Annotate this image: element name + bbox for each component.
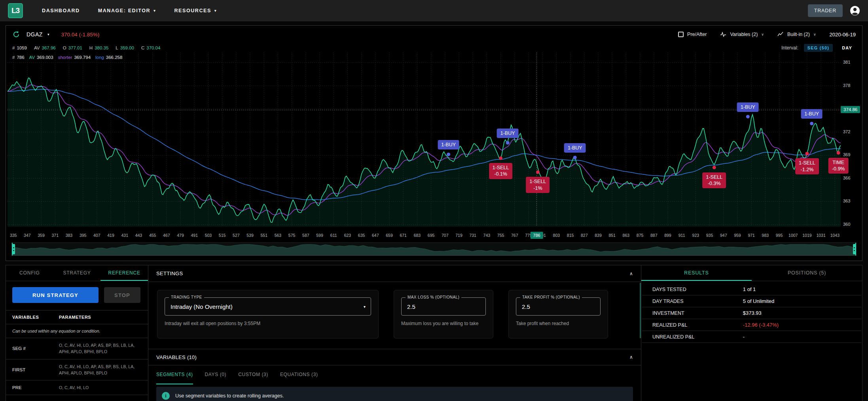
info-icon: i <box>162 392 170 400</box>
tab-custom-3-[interactable]: CUSTOM (3) <box>238 365 268 384</box>
tab-segments-4-[interactable]: SEGMENTS (4) <box>156 365 193 384</box>
nav-item-label: RESOURCES <box>174 8 211 13</box>
navigator-left-handle[interactable] <box>12 244 15 254</box>
left-panel-tabs: CONFIGSTRATEGYREFERENCE <box>6 265 148 281</box>
results-row: REALIZED P&L-12.96 (-3.47%) <box>642 319 861 331</box>
x-axis-label: 443 <box>135 233 142 238</box>
stat-label: H <box>89 45 93 50</box>
price-quote: 370.04 (-1.85%) <box>61 32 99 38</box>
marker-line: 1-BUY <box>741 104 755 110</box>
nav-item-dashboard[interactable]: DASHBOARD <box>42 8 80 13</box>
x-axis-label: 839 <box>595 233 602 238</box>
symbol-select[interactable]: DGAZ ▾ <box>27 31 49 38</box>
ohlc-stats: #1059AV367.96O377.01H380.35L359.00C370.0… <box>12 45 160 50</box>
sell-marker[interactable]: TIME-0.9% <box>828 158 849 174</box>
x-axis-label: 587 <box>302 233 309 238</box>
sell-marker[interactable]: 1-SELL-0.3% <box>702 172 726 189</box>
results-row: DAYS TESTED1 of 1 <box>642 284 861 295</box>
variable-parameters: O, C, AV, HI, LO <box>59 384 143 391</box>
field-label: MAX LOSS % (OPTIONAL) <box>406 295 461 299</box>
tab-positions-5-[interactable]: POSITIONS (5) <box>752 265 862 281</box>
buy-marker[interactable]: 1-BUY <box>564 143 586 153</box>
navigator-right-handle[interactable] <box>853 244 856 254</box>
percent-input[interactable]: MAX LOSS % (OPTIONAL)2.5 <box>401 297 486 316</box>
x-axis-label: 599 <box>316 233 323 238</box>
x-axis-label: 755 <box>497 233 504 238</box>
interval-day-button[interactable]: DAY <box>838 44 856 52</box>
buy-marker[interactable]: 1-BUY <box>737 102 759 112</box>
collapse-icon[interactable]: ∧ <box>629 354 633 360</box>
tab-strategy[interactable]: STRATEGY <box>53 265 101 281</box>
pre-after-label: Pre/After <box>687 32 707 37</box>
built-in-dropdown[interactable]: Built-in (2) ∨ <box>777 31 816 38</box>
x-axis-label: 1031 <box>816 233 825 238</box>
tab-equations-3-[interactable]: EQUATIONS (3) <box>280 365 318 384</box>
results-value: 5 of Unlimited <box>743 298 774 304</box>
x-axis-label: 347 <box>24 233 31 238</box>
tab-config[interactable]: CONFIG <box>6 265 53 281</box>
settings-center-panel: SETTINGS ∧ TRADING TYPEIntraday (No Over… <box>148 265 641 401</box>
price-chart-canvas[interactable] <box>8 53 841 231</box>
stat-C: C370.04 <box>141 45 161 50</box>
x-axis-label: 899 <box>664 233 671 238</box>
chart-date[interactable]: 2020-06-19 <box>830 32 856 38</box>
y-axis-label: 360 <box>843 222 850 227</box>
x-axis-label: 503 <box>205 233 212 238</box>
refresh-icon[interactable] <box>12 30 20 38</box>
chevron-down-icon: ▾ <box>47 32 49 36</box>
marker-line: 1-BUY <box>500 130 515 136</box>
app-logo[interactable]: L3 <box>8 3 23 18</box>
buy-marker[interactable]: 1-BUY <box>497 129 519 138</box>
x-axis-label: 491 <box>191 233 198 238</box>
buy-marker[interactable]: 1-BUY <box>438 140 459 149</box>
stat-label: C <box>141 45 144 50</box>
interval-label: Interval: <box>781 45 798 51</box>
stat-label: # <box>12 45 15 50</box>
variables-dropdown[interactable]: Variables (2) ∨ <box>720 31 764 38</box>
stat-value: 370.04 <box>146 45 160 50</box>
results-tabs: RESULTSPOSITIONS (5) <box>641 265 862 281</box>
price-chart[interactable]: #786AV369.003shorter369.794long366.258 3… <box>6 53 862 231</box>
run-strategy-button[interactable]: RUN STRATEGY <box>12 287 99 303</box>
collapse-icon[interactable]: ∧ <box>629 271 633 276</box>
nav-menu: DASHBOARDMANAGE: EDITOR▾RESOURCES▾ <box>42 8 217 13</box>
nav-item-resources[interactable]: RESOURCES▾ <box>174 8 217 13</box>
y-axis-label: 378 <box>843 83 850 88</box>
interval-seg-button[interactable]: SEG (50) <box>804 44 833 52</box>
percent-input[interactable]: TAKE PROFIT % (OPTIONAL)2.5 <box>516 297 601 316</box>
nav-item-manage-editor[interactable]: MANAGE: EDITOR▾ <box>98 8 156 13</box>
user-avatar-icon[interactable] <box>850 6 860 16</box>
tab-days-0-[interactable]: DAYS (0) <box>205 365 227 384</box>
x-axis-label: 1007 <box>788 233 798 238</box>
chart-panel: DGAZ ▾ 370.04 (-1.85%) Pre/After Variabl… <box>6 25 862 261</box>
variables-column-header: VARIABLES <box>12 315 59 320</box>
stop-button[interactable]: STOP <box>104 287 140 303</box>
sell-marker[interactable]: 1-SELL-1% <box>526 177 550 193</box>
range-navigator[interactable] <box>11 242 857 256</box>
variable-name: SEG # <box>12 346 59 351</box>
trading-type-select[interactable]: TRADING TYPEIntraday (No Overnight)▾ <box>165 297 371 316</box>
x-axis-label: 947 <box>720 233 727 238</box>
legend-label: AV <box>29 55 35 60</box>
tab-reference[interactable]: REFERENCE <box>100 265 148 281</box>
x-axis-label: 659 <box>386 233 393 238</box>
results-label: DAY TRADES <box>642 299 743 304</box>
stat-value: 1059 <box>17 45 27 50</box>
scrollbar-thumb[interactable] <box>640 283 641 338</box>
x-axis-label: 707 <box>442 233 449 238</box>
range-navigator-area <box>12 243 856 255</box>
field-label: TAKE PROFIT % (OPTIONAL) <box>520 295 582 299</box>
x-axis-label: 767 <box>511 233 518 238</box>
pre-after-checkbox[interactable] <box>678 32 684 37</box>
table-row: PREO, C, AV, HI, LO <box>6 380 148 395</box>
trader-button[interactable]: TRADER <box>808 4 843 17</box>
sell-marker[interactable]: 1-SELL-0.1% <box>489 163 513 179</box>
sell-marker[interactable]: 1-SELL-1.2% <box>795 158 819 174</box>
pre-after-toggle[interactable]: Pre/After <box>678 32 707 37</box>
tab-results[interactable]: RESULTS <box>641 265 752 281</box>
legend-label: # <box>12 55 15 60</box>
top-nav: L3 DASHBOARDMANAGE: EDITOR▾RESOURCES▾ TR… <box>0 0 868 21</box>
nav-item-label: MANAGE: EDITOR <box>98 8 151 13</box>
buy-marker[interactable]: 1-BUY <box>801 109 823 119</box>
legend-item: #786 <box>12 55 25 60</box>
